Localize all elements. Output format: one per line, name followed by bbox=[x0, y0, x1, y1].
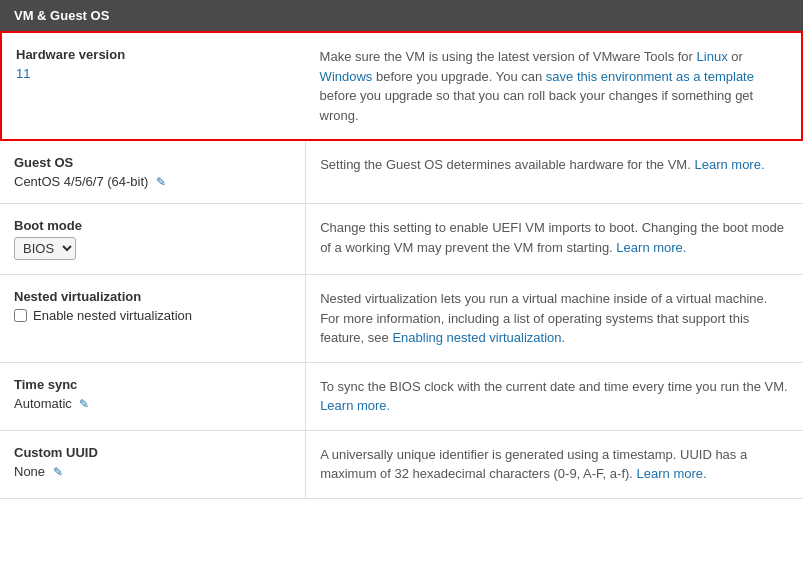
boot-mode-description: Change this setting to enable UEFI VM im… bbox=[305, 204, 803, 274]
nested-virt-row: Nested virtualization Enable nested virt… bbox=[0, 275, 803, 363]
custom-uuid-learn-more-link[interactable]: Learn more. bbox=[637, 466, 707, 481]
time-sync-edit-icon[interactable]: ✎ bbox=[79, 397, 89, 411]
guest-os-learn-more-link[interactable]: Learn more. bbox=[694, 157, 764, 172]
nested-virt-link[interactable]: Enabling nested virtualization. bbox=[392, 330, 565, 345]
custom-uuid-label: Custom UUID bbox=[14, 445, 291, 460]
nested-virt-checkbox-row: Enable nested virtualization bbox=[14, 308, 291, 323]
guest-os-description: Setting the Guest OS determines availabl… bbox=[305, 141, 803, 203]
hardware-save-template-link[interactable]: save this environment as a template bbox=[546, 69, 754, 84]
time-sync-learn-more-link[interactable]: Learn more. bbox=[320, 398, 390, 413]
boot-mode-learn-more-link[interactable]: Learn more. bbox=[616, 240, 686, 255]
guest-os-label: Guest OS bbox=[14, 155, 291, 170]
time-sync-description: To sync the BIOS clock with the current … bbox=[305, 363, 803, 430]
hardware-version-label: Hardware version bbox=[16, 47, 292, 62]
time-sync-value: Automatic ✎ bbox=[14, 396, 291, 411]
boot-mode-select[interactable]: BIOS EFI bbox=[14, 237, 76, 260]
hardware-version-description: Make sure the VM is using the latest ver… bbox=[306, 33, 801, 139]
guest-os-edit-icon[interactable]: ✎ bbox=[156, 175, 166, 189]
nested-virt-checkbox-label[interactable]: Enable nested virtualization bbox=[33, 308, 192, 323]
custom-uuid-left: Custom UUID None ✎ bbox=[0, 431, 305, 498]
hardware-version-row: Hardware version 11 Make sure the VM is … bbox=[0, 31, 803, 141]
hardware-version-value: 11 bbox=[16, 66, 292, 81]
nested-virt-checkbox[interactable] bbox=[14, 309, 27, 322]
boot-mode-left: Boot mode BIOS EFI bbox=[0, 204, 305, 274]
guest-os-value: CentOS 4/5/6/7 (64-bit) ✎ bbox=[14, 174, 291, 189]
time-sync-row: Time sync Automatic ✎ To sync the BIOS c… bbox=[0, 363, 803, 431]
boot-mode-label: Boot mode bbox=[14, 218, 291, 233]
page-title: VM & Guest OS bbox=[0, 0, 803, 31]
custom-uuid-row: Custom UUID None ✎ A universally unique … bbox=[0, 431, 803, 499]
custom-uuid-value: None ✎ bbox=[14, 464, 291, 479]
nested-virt-label: Nested virtualization bbox=[14, 289, 291, 304]
nested-virt-description: Nested virtualization lets you run a vir… bbox=[305, 275, 803, 362]
nested-virt-left: Nested virtualization Enable nested virt… bbox=[0, 275, 305, 362]
custom-uuid-edit-icon[interactable]: ✎ bbox=[53, 465, 63, 479]
hardware-windows-link[interactable]: Windows bbox=[320, 69, 373, 84]
time-sync-left: Time sync Automatic ✎ bbox=[0, 363, 305, 430]
guest-os-left: Guest OS CentOS 4/5/6/7 (64-bit) ✎ bbox=[0, 141, 305, 203]
hardware-version-left: Hardware version 11 bbox=[2, 33, 306, 139]
hardware-linux-link[interactable]: Linux bbox=[697, 49, 728, 64]
guest-os-row: Guest OS CentOS 4/5/6/7 (64-bit) ✎ Setti… bbox=[0, 141, 803, 204]
boot-mode-row: Boot mode BIOS EFI Change this setting t… bbox=[0, 204, 803, 275]
time-sync-label: Time sync bbox=[14, 377, 291, 392]
custom-uuid-description: A universally unique identifier is gener… bbox=[305, 431, 803, 498]
